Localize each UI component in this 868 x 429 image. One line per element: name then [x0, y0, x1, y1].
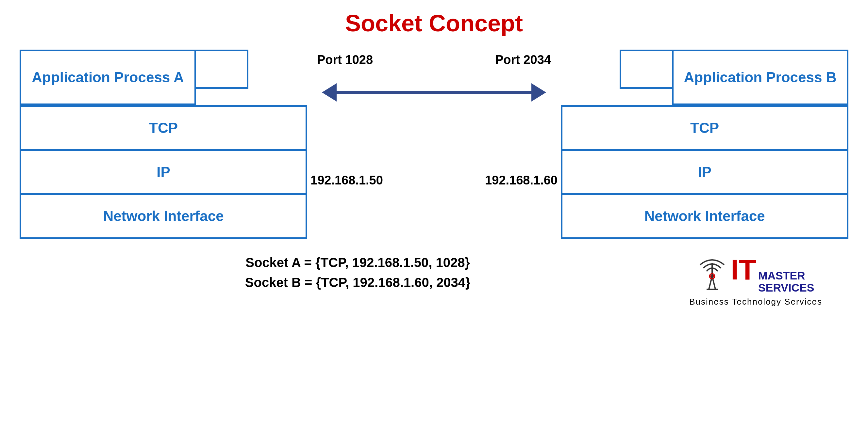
left-stack: Application Process A TCP IP Network Int… [20, 50, 307, 239]
right-app-process-box: Application Process B [672, 50, 848, 105]
left-ip-address: 192.168.1.50 [310, 173, 383, 188]
logo-master: MASTER [758, 270, 814, 282]
antenna-icon [698, 258, 727, 291]
right-ip-layer: IP [562, 149, 847, 193]
right-ip-address: 192.168.1.60 [485, 173, 558, 188]
right-port-label: Port 2034 [495, 53, 551, 67]
left-network-layer: Network Interface [21, 193, 306, 237]
double-arrow [322, 83, 546, 102]
page-title: Socket Concept [0, 0, 868, 50]
left-app-process-box: Application Process A [20, 50, 196, 105]
right-network-layer: Network Interface [562, 193, 847, 237]
logo-bts: Business Technology Services [689, 297, 822, 307]
right-stack: Application Process B TCP IP Network Int… [561, 50, 848, 239]
left-ip-layer: IP [21, 149, 306, 193]
left-tcp-layer: TCP [21, 105, 306, 149]
right-tcp-layer: TCP [562, 105, 847, 149]
left-port-label: Port 1028 [317, 53, 373, 67]
logo-it: IT [731, 255, 756, 284]
logo-area: IT MASTER SERVICES Business Technology S… [689, 255, 822, 307]
socket-a-label: Socket A = {TCP, 192.168.1.50, 1028} [245, 255, 470, 270]
logo-services: SERVICES [758, 282, 814, 294]
socket-b-label: Socket B = {TCP, 192.168.1.60, 2034} [245, 275, 471, 290]
